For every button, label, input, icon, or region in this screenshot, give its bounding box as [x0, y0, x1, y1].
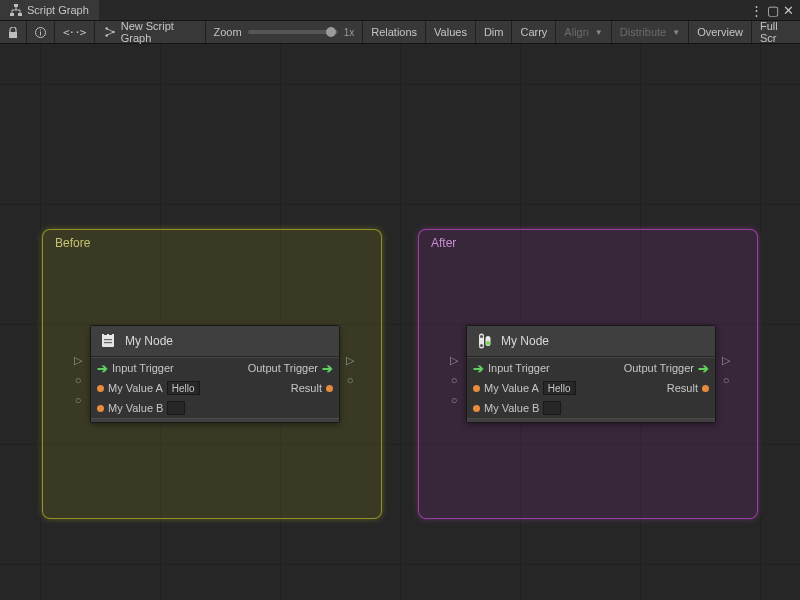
- fullscreen-button[interactable]: Full Scr: [752, 21, 800, 43]
- node-title: My Node: [501, 334, 549, 348]
- lock-icon: [8, 27, 18, 38]
- value-in-icon[interactable]: [97, 385, 104, 392]
- node-mynode-before[interactable]: My Node ➔Input Trigger Output Trigger➔ M…: [90, 325, 340, 423]
- ext-flow-in[interactable]: [447, 353, 461, 367]
- ext-flow-out[interactable]: [719, 353, 733, 367]
- port-label: Input Trigger: [488, 362, 550, 374]
- lock-button[interactable]: [0, 21, 27, 43]
- node-header: My Node: [467, 326, 715, 357]
- toggle-icon: [475, 332, 493, 350]
- ext-flow-in[interactable]: [71, 353, 85, 367]
- group-after[interactable]: After My Node ➔Input Trigger Output Trig…: [418, 229, 758, 519]
- node-mynode-after[interactable]: My Node ➔Input Trigger Output Trigger➔ M…: [466, 325, 716, 423]
- group-title: Before: [55, 236, 90, 250]
- node-footer: [467, 418, 715, 422]
- group-before[interactable]: Before My Node ➔Input Trigger Output Tri…: [42, 229, 382, 519]
- zoom-label: Zoom: [214, 26, 242, 38]
- flow-out-icon[interactable]: ➔: [698, 361, 709, 376]
- ext-value-out[interactable]: [719, 373, 733, 387]
- align-button[interactable]: Align▼: [556, 21, 611, 43]
- svg-rect-5: [40, 31, 41, 35]
- node-body: ➔Input Trigger Output Trigger➔ My Value …: [467, 357, 715, 418]
- port-label: Output Trigger: [624, 362, 694, 374]
- tab-script-graph[interactable]: Script Graph: [0, 0, 99, 20]
- toolbar: <··> New Script Graph Zoom 1x Relations …: [0, 20, 800, 44]
- svg-rect-15: [104, 342, 112, 343]
- svg-rect-3: [9, 32, 17, 38]
- port-label: Result: [667, 382, 698, 394]
- port-label: My Value B: [484, 402, 539, 414]
- port-label: Output Trigger: [248, 362, 318, 374]
- carry-button[interactable]: Carry: [512, 21, 556, 43]
- svg-point-17: [480, 335, 483, 338]
- value-in-icon[interactable]: [473, 385, 480, 392]
- chevron-down-icon: ▼: [595, 28, 603, 37]
- node-header: My Node: [91, 326, 339, 357]
- port-label: My Value B: [108, 402, 163, 414]
- svg-rect-0: [14, 4, 18, 7]
- flow-in-icon[interactable]: ➔: [473, 361, 484, 376]
- svg-point-18: [480, 344, 483, 347]
- tab-title: Script Graph: [27, 4, 89, 16]
- svg-rect-12: [107, 334, 109, 338]
- breadcrumb-label: New Script Graph: [121, 20, 195, 44]
- svg-rect-14: [104, 339, 112, 340]
- dim-button[interactable]: Dim: [476, 21, 513, 43]
- svg-rect-11: [102, 334, 104, 338]
- flow-out-icon[interactable]: ➔: [322, 361, 333, 376]
- ext-value-out[interactable]: [343, 373, 357, 387]
- value-out-icon[interactable]: [702, 385, 709, 392]
- ext-flow-out[interactable]: [343, 353, 357, 367]
- port-row-value-a: My Value AHello Result: [91, 378, 339, 398]
- info-button[interactable]: [27, 21, 55, 43]
- menu-icon[interactable]: ⋮: [750, 4, 763, 17]
- inline-input-a[interactable]: Hello: [543, 381, 576, 395]
- zoom-thumb[interactable]: [326, 27, 336, 37]
- port-row-trigger: ➔Input Trigger Output Trigger➔: [91, 358, 339, 378]
- window-controls: ⋮ ▢ ✕: [744, 0, 800, 20]
- port-row-value-a: My Value AHello Result: [467, 378, 715, 398]
- tab-bar: Script Graph ⋮ ▢ ✕: [0, 0, 800, 20]
- value-in-icon[interactable]: [473, 405, 480, 412]
- ext-value-in[interactable]: [71, 393, 85, 407]
- overview-button[interactable]: Overview: [689, 21, 752, 43]
- node-title: My Node: [125, 334, 173, 348]
- inline-input-b[interactable]: [543, 401, 561, 415]
- port-label: Input Trigger: [112, 362, 174, 374]
- value-in-icon[interactable]: [97, 405, 104, 412]
- breadcrumb[interactable]: New Script Graph: [95, 21, 206, 43]
- graph-canvas[interactable]: Before My Node ➔Input Trigger Output Tri…: [0, 44, 800, 600]
- zoom-control: Zoom 1x: [206, 21, 364, 43]
- node-footer: [91, 418, 339, 422]
- params-button[interactable]: <··>: [55, 21, 95, 43]
- svg-rect-13: [112, 334, 114, 338]
- svg-rect-2: [18, 13, 22, 16]
- port-label: My Value A: [484, 382, 539, 394]
- values-button[interactable]: Values: [426, 21, 476, 43]
- port-row-value-b: My Value B: [91, 398, 339, 418]
- inline-input-b[interactable]: [167, 401, 185, 415]
- value-out-icon[interactable]: [326, 385, 333, 392]
- maximize-icon[interactable]: ▢: [767, 4, 779, 17]
- group-title: After: [431, 236, 456, 250]
- port-label: My Value A: [108, 382, 163, 394]
- chevron-down-icon: ▼: [672, 28, 680, 37]
- node-body: ➔Input Trigger Output Trigger➔ My Value …: [91, 357, 339, 418]
- ext-value-in[interactable]: [71, 373, 85, 387]
- ext-value-in[interactable]: [447, 373, 461, 387]
- ext-value-in[interactable]: [447, 393, 461, 407]
- info-icon: [35, 27, 46, 38]
- inline-input-a[interactable]: Hello: [167, 381, 200, 395]
- zoom-value: 1x: [344, 27, 355, 38]
- port-label: Result: [291, 382, 322, 394]
- distribute-button[interactable]: Distribute▼: [612, 21, 689, 43]
- close-icon[interactable]: ✕: [783, 4, 794, 17]
- flow-in-icon[interactable]: ➔: [97, 361, 108, 376]
- port-row-trigger: ➔Input Trigger Output Trigger➔: [467, 358, 715, 378]
- port-row-value-b: My Value B: [467, 398, 715, 418]
- relations-button[interactable]: Relations: [363, 21, 426, 43]
- svg-rect-6: [40, 29, 41, 30]
- zoom-slider[interactable]: [248, 30, 338, 34]
- script-icon: [99, 332, 117, 350]
- svg-point-20: [486, 341, 490, 345]
